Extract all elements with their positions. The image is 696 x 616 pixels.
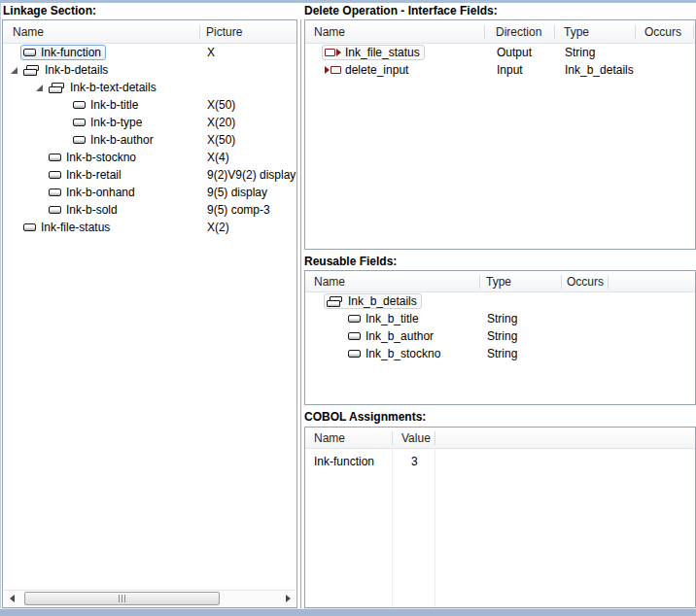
picture-cell: X(20) [207, 114, 235, 131]
twistie-spacer [8, 221, 20, 234]
window-top-edge [0, 0, 696, 3]
column-header-type[interactable]: Type [564, 20, 589, 43]
output-field-icon [325, 49, 341, 56]
tree-item-label: Ink-b-sold [66, 203, 118, 217]
tree-item-label: Ink-b-retail [66, 168, 122, 182]
tree-row-Ink-b-author[interactable]: Ink-b-author X(50) [4, 131, 296, 149]
field-icon [348, 350, 361, 358]
reusable-field-label: Ink_b_details [348, 294, 417, 308]
linkage-table-header: Name Picture [3, 20, 296, 44]
tree-row-Ink-b-details[interactable]: Ink-b-details [4, 61, 296, 79]
picture-cell: X(50) [207, 96, 235, 114]
tree-row-Ink-b-sold[interactable]: Ink-b-sold 9(5) comp-3 [4, 201, 296, 219]
field-icon [73, 119, 86, 126]
twistie-spacer [33, 186, 46, 199]
scrollbar-thumb[interactable] [24, 592, 220, 605]
tree-row-Ink-b-text-details[interactable]: Ink-b-text-details [4, 79, 296, 96]
type-cell: String [487, 327, 517, 345]
picture-cell: X(2) [207, 219, 229, 236]
type-cell: String [487, 345, 517, 362]
column-header-name[interactable]: Name [314, 20, 345, 43]
reusable-row-Ink_b_title[interactable]: Ink_b_title String [306, 310, 694, 327]
name-cell: Ink-function [314, 453, 374, 470]
column-header-name[interactable]: Name [314, 271, 345, 291]
field-icon [49, 188, 61, 196]
tree-item-label: Ink-b-details [45, 63, 108, 77]
column-header-name[interactable]: Name [13, 20, 44, 43]
field-icon [49, 206, 61, 214]
column-header-direction[interactable]: Direction [496, 20, 541, 43]
field-icon [23, 49, 36, 56]
cobol-table-header: Name Value [305, 428, 695, 449]
field-icon [49, 171, 61, 179]
tree-item-label: Ink-b-title [90, 98, 138, 112]
tree-item-label: Ink-b-stockno [66, 151, 136, 164]
scroll-right-arrow-icon[interactable] [280, 591, 296, 606]
value-cell[interactable]: 3 [411, 453, 418, 470]
selected-item: Ink-function [20, 45, 106, 60]
tree-row-Ink-b-retail[interactable]: Ink-b-retail 9(2)V9(2) display [4, 166, 296, 184]
column-separator [199, 25, 200, 39]
field-icon [348, 332, 361, 340]
group-icon [49, 83, 65, 93]
twistie-spacer [33, 151, 46, 164]
type-cell: String [565, 44, 595, 61]
linkage-section-title: Linkage Section: [3, 4, 96, 17]
column-header-name[interactable]: Name [314, 428, 345, 448]
reusable-table-header: Name Type Occurs [305, 271, 695, 292]
tree-row-Ink-b-type[interactable]: Ink-b-type X(20) [4, 114, 296, 131]
column-header-occurs[interactable]: Occurs [567, 271, 604, 291]
field-icon [23, 223, 36, 231]
interface-field-row-Ink_file_status[interactable]: Ink_file_status Output String [306, 44, 694, 61]
selected-item: Ink_b_details [324, 293, 422, 309]
twistie-spacer [57, 133, 70, 147]
window-left-edge [0, 3, 1, 608]
field-icon [348, 315, 361, 323]
reusable-row-Ink_b_stockno[interactable]: Ink_b_stockno String [306, 345, 694, 362]
picture-cell: X(50) [207, 131, 235, 149]
field-icon [73, 101, 86, 109]
tree-row-Ink-file-status[interactable]: Ink-file-status X(2) [4, 219, 296, 236]
column-header-occurs[interactable]: Occurs [644, 20, 681, 43]
tree-row-Ink-b-stockno[interactable]: Ink-b-stockno X(4) [4, 149, 296, 166]
cobol-assignments-table: Name Value Ink-function 3 [304, 427, 696, 608]
twistie-spacer [57, 98, 70, 112]
tree-row-Ink-b-title[interactable]: Ink-b-title X(50) [4, 96, 296, 114]
tree-row-Ink-b-onhand[interactable]: Ink-b-onhand 9(5) display [4, 184, 296, 201]
picture-cell: X [207, 44, 215, 61]
reusable-row-Ink_b_details[interactable]: Ink_b_details [306, 292, 694, 310]
field-icon [49, 154, 61, 161]
scroll-left-arrow-icon[interactable] [4, 591, 19, 606]
reusable-fields-table: Name Type Occurs Ink_b_details Ink_b_tit… [304, 270, 696, 405]
column-header-value[interactable]: Value [401, 428, 431, 448]
interface-field-row-delete_input[interactable]: delete_input Input Ink_b_details [306, 61, 694, 79]
reusable-field-label: Ink_b_author [365, 329, 434, 343]
delete-operation-title: Delete Operation - Interface Fields: [304, 4, 498, 17]
picture-cell: 9(2)V9(2) display [207, 166, 296, 184]
picture-cell: 9(5) comp-3 [207, 201, 270, 219]
group-icon [23, 65, 40, 76]
expanded-twistie-icon[interactable] [8, 63, 20, 77]
interface-fields-table: Name Direction Type Occurs Ink_file_stat… [304, 19, 696, 250]
input-field-icon [325, 66, 341, 74]
tree-row-Ink-function[interactable]: Ink-function X [4, 44, 296, 61]
cobol-assignments-title: COBOL Assignments: [304, 410, 426, 424]
interface-field-label: delete_input [345, 63, 408, 77]
tree-item-label: Ink-b-type [90, 116, 142, 129]
tree-item-label: Ink-b-author [90, 133, 154, 147]
field-icon [73, 136, 86, 144]
column-header-picture[interactable]: Picture [206, 20, 242, 43]
expanded-twistie-icon[interactable] [33, 81, 46, 94]
column-header-type[interactable]: Type [486, 271, 511, 291]
panel-divider[interactable] [300, 19, 301, 608]
reusable-row-Ink_b_author[interactable]: Ink_b_author String [306, 327, 694, 345]
column-gridline [392, 449, 393, 607]
picture-cell: 9(5) display [207, 184, 267, 201]
cobol-assignment-row-Ink-function[interactable]: Ink-function 3 [306, 453, 694, 470]
tree-item-label: Ink-function [41, 46, 101, 59]
column-gridline [435, 449, 435, 607]
horizontal-scrollbar[interactable] [4, 590, 296, 606]
direction-cell: Output [497, 44, 532, 61]
tree-item-label: Ink-b-onhand [66, 186, 135, 199]
tree-item-label: Ink-file-status [41, 221, 110, 234]
